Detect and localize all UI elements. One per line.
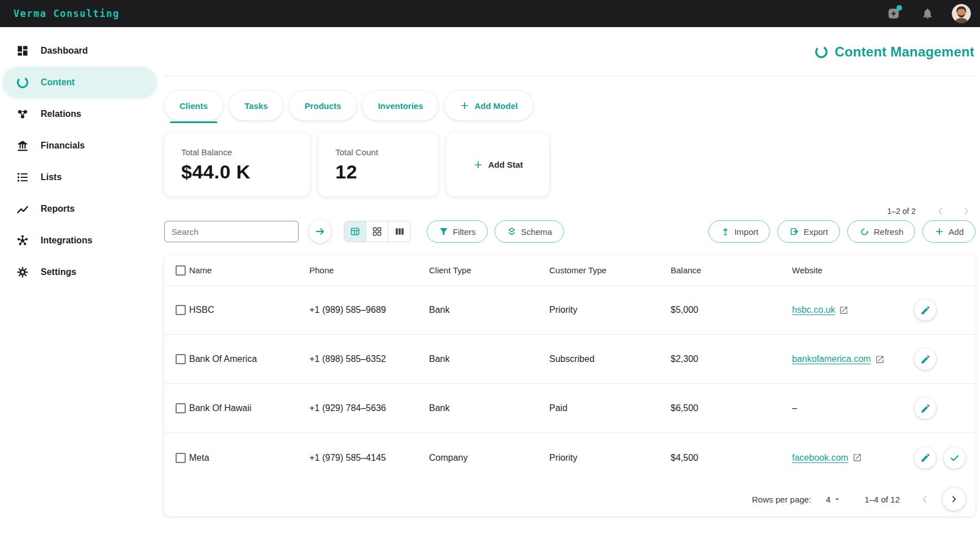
bank-icon xyxy=(16,139,29,152)
notifications-button[interactable] xyxy=(918,4,937,23)
add-model-button[interactable]: Add Model xyxy=(444,91,533,120)
table-row: Meta +1 (979) 585–4145 Company Priority … xyxy=(164,433,975,482)
row-checkbox[interactable] xyxy=(176,305,186,315)
search-input[interactable] xyxy=(164,221,299,242)
sidebar-item-label: Content xyxy=(41,77,75,88)
tab-clients[interactable]: Clients xyxy=(164,91,223,120)
stats-range: 1–2 of 2 xyxy=(887,207,916,216)
edit-button[interactable] xyxy=(915,348,936,370)
arrow-right-icon xyxy=(314,226,326,237)
website-link[interactable]: facebook.com xyxy=(792,453,862,463)
bell-icon xyxy=(921,7,934,20)
tab-label: Clients xyxy=(180,101,208,111)
stat-label: Total Count xyxy=(335,147,421,157)
external-link-icon xyxy=(852,453,862,462)
grid-view-icon xyxy=(371,226,383,237)
website-link[interactable]: hsbc.co.uk xyxy=(792,305,848,315)
stat-card-total-count: Total Count 12 xyxy=(318,133,438,197)
select-all-checkbox[interactable] xyxy=(176,265,186,276)
edit-button[interactable] xyxy=(915,447,936,469)
stats-next-button[interactable] xyxy=(961,206,972,217)
grid-view-button[interactable] xyxy=(366,221,388,242)
table-range: 1–4 of 12 xyxy=(864,495,900,504)
filter-icon xyxy=(439,226,449,237)
cell-customer-type: Priority xyxy=(549,453,671,463)
tab-tasks[interactable]: Tasks xyxy=(229,91,283,120)
tab-inventories[interactable]: Inventories xyxy=(362,91,438,120)
dashboard-icon xyxy=(16,44,29,58)
cell-phone: +1 (989) 585–9689 xyxy=(309,305,429,315)
avatar[interactable] xyxy=(952,4,971,23)
stat-label: Total Balance xyxy=(181,147,293,157)
rows-per-page-label: Rows per page: xyxy=(752,495,811,504)
next-page-button[interactable] xyxy=(943,488,965,510)
edit-button[interactable] xyxy=(915,398,936,419)
cell-client-type: Bank xyxy=(429,403,549,413)
import-button[interactable]: Import xyxy=(708,220,771,243)
cell-customer-type: Priority xyxy=(549,305,671,315)
stat-value: $44.0 K xyxy=(181,161,293,183)
tab-products[interactable]: Products xyxy=(289,91,356,120)
add-stat-button[interactable]: Add Stat xyxy=(447,133,549,197)
refresh-label: Refresh xyxy=(874,227,904,237)
pencil-icon xyxy=(920,452,931,463)
external-link-icon xyxy=(875,355,885,364)
apps-widget-button[interactable] xyxy=(884,4,903,23)
table-view-button[interactable] xyxy=(344,221,366,242)
rows-per-page-select[interactable]: 4 xyxy=(826,495,842,504)
filters-label: Filters xyxy=(453,227,476,237)
tab-label: Add Model xyxy=(474,101,518,111)
stat-card-total-balance: Total Balance $44.0 K xyxy=(164,133,310,197)
topbar-actions xyxy=(884,4,971,23)
sidebar-item-label: Integrations xyxy=(41,235,93,246)
columns-view-button[interactable] xyxy=(388,221,410,242)
schema-button[interactable]: Schema xyxy=(495,220,564,243)
sidebar-item-settings[interactable]: Settings xyxy=(2,256,157,288)
website-link[interactable]: bankofamerica.com xyxy=(792,354,885,364)
cell-customer-type: Subscribed xyxy=(549,354,671,364)
row-checkbox[interactable] xyxy=(176,403,186,413)
add-button[interactable]: Add xyxy=(922,220,975,243)
sidebar-item-reports[interactable]: Reports xyxy=(2,193,157,225)
page-header: Content Management xyxy=(164,27,975,76)
sidebar: Dashboard Content Relations Financials L… xyxy=(0,27,160,537)
confirm-button[interactable] xyxy=(944,447,965,469)
hub-icon xyxy=(16,234,29,247)
row-checkbox[interactable] xyxy=(176,453,186,463)
cell-balance: $2,300 xyxy=(671,354,792,364)
sidebar-item-label: Reports xyxy=(41,204,75,214)
website-url: facebook.com xyxy=(792,453,848,463)
search-submit-button[interactable] xyxy=(309,220,331,243)
sidebar-item-integrations[interactable]: Integrations xyxy=(2,225,157,256)
content-management-icon xyxy=(814,45,829,59)
table-footer: Rows per page: 4 1–4 of 12 xyxy=(164,482,975,516)
column-header-balance: Balance xyxy=(671,265,792,275)
refresh-button[interactable]: Refresh xyxy=(847,220,916,243)
refresh-icon xyxy=(859,226,870,237)
prev-page-button[interactable] xyxy=(919,494,930,505)
cell-client-type: Company xyxy=(429,453,549,463)
column-header-name: Name xyxy=(189,265,309,275)
cell-balance: $6,500 xyxy=(671,403,792,413)
filters-button[interactable]: Filters xyxy=(427,220,488,243)
row-checkbox[interactable] xyxy=(176,354,186,364)
sidebar-item-financials[interactable]: Financials xyxy=(2,130,157,161)
sidebar-item-label: Lists xyxy=(41,172,62,182)
export-icon xyxy=(789,226,799,237)
main-content: Content Management Clients Tasks Product… xyxy=(160,27,980,537)
sidebar-item-content[interactable]: Content xyxy=(2,67,157,98)
column-header-customer-type: Customer Type xyxy=(549,265,671,275)
edit-button[interactable] xyxy=(915,299,936,321)
cell-website-empty: – xyxy=(792,403,913,413)
stats-prev-button[interactable] xyxy=(935,206,946,217)
cell-client-type: Bank xyxy=(429,305,549,315)
topbar: Verma Consulting xyxy=(0,0,980,27)
clients-table: Name Phone Client Type Customer Type Bal… xyxy=(164,255,975,516)
sidebar-item-label: Relations xyxy=(41,109,81,119)
plus-icon xyxy=(934,226,944,237)
sidebar-item-dashboard[interactable]: Dashboard xyxy=(2,35,157,67)
export-button[interactable]: Export xyxy=(777,220,839,243)
sidebar-item-lists[interactable]: Lists xyxy=(2,161,157,193)
external-link-icon xyxy=(839,305,848,315)
sidebar-item-relations[interactable]: Relations xyxy=(2,98,157,130)
